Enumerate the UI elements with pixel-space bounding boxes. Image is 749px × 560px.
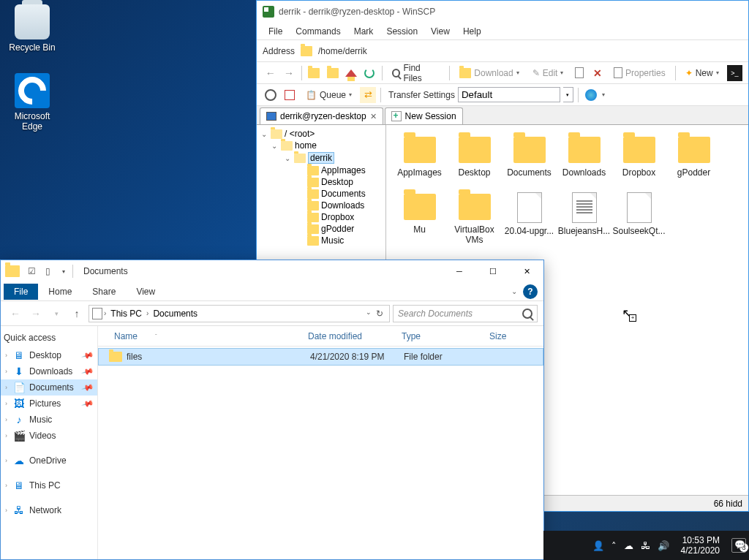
nav-desktop[interactable]: ›🖥Desktop📌 bbox=[1, 347, 97, 363]
back-button[interactable]: ← bbox=[7, 305, 24, 322]
session-tab[interactable]: derrik@ryzen-desktop ✕ bbox=[260, 107, 383, 124]
sync-button[interactable]: ⇄ bbox=[360, 87, 376, 103]
maximize-button[interactable]: ☐ bbox=[476, 260, 510, 282]
nav-onedrive[interactable]: ›☁OneDrive bbox=[1, 453, 97, 469]
column-name[interactable]: Nameˆ bbox=[107, 331, 301, 341]
close-tab-button[interactable]: ✕ bbox=[370, 112, 377, 121]
tree-item[interactable]: AppImages bbox=[257, 164, 385, 176]
chevron-down-icon[interactable]: ⌄ bbox=[366, 309, 372, 319]
tree-home[interactable]: ⌄home bbox=[257, 140, 385, 151]
menu-commands[interactable]: Commands bbox=[290, 24, 346, 39]
desktop-icon-recycle-bin[interactable]: Recycle Bin bbox=[4, 4, 60, 53]
file-item[interactable]: AppImages bbox=[392, 134, 447, 191]
transfer-settings-input[interactable] bbox=[458, 87, 560, 102]
file-item[interactable]: Desktop bbox=[447, 134, 502, 191]
search-box[interactable] bbox=[393, 305, 538, 322]
forward-button[interactable]: → bbox=[281, 65, 296, 81]
queue-button[interactable]: 📋Queue▾ bbox=[301, 88, 357, 102]
file-item[interactable]: 20.04-upgr... bbox=[502, 191, 557, 248]
winscp-titlebar[interactable]: derrik - derrik@ryzen-desktop - WinSCP bbox=[257, 1, 748, 23]
new-button[interactable]: ✦New▾ bbox=[680, 66, 724, 80]
nav-pictures[interactable]: ›🖼Pictures📌 bbox=[1, 396, 97, 412]
taskbar-clock[interactable]: 10:53 PM 4/21/2020 bbox=[677, 535, 724, 556]
tree-item[interactable]: Downloads bbox=[257, 200, 385, 211]
search-icon[interactable] bbox=[522, 309, 532, 319]
refresh-button[interactable]: ↻ bbox=[376, 309, 383, 319]
tree-item[interactable]: Dropbox bbox=[257, 211, 385, 223]
nav-quick-access[interactable]: Quick access bbox=[1, 330, 97, 347]
ribbon-view[interactable]: View bbox=[126, 284, 165, 300]
terminal-button[interactable]: >_ bbox=[727, 65, 742, 81]
nav-this-pc[interactable]: ›🖥This PC bbox=[1, 477, 97, 493]
show-hidden-icons[interactable]: ˄ bbox=[611, 540, 617, 551]
tree-item[interactable]: Desktop bbox=[257, 176, 385, 188]
file-item[interactable]: VirtualBox VMs bbox=[447, 191, 502, 248]
file-item[interactable]: Dropbox bbox=[611, 134, 666, 191]
nav-music[interactable]: ›♪Music bbox=[1, 412, 97, 428]
new-session-tab[interactable]: New Session bbox=[385, 107, 463, 124]
menu-view[interactable]: View bbox=[425, 24, 456, 39]
chevron-down-icon[interactable]: ▾ bbox=[602, 91, 605, 98]
file-item[interactable]: Documents bbox=[502, 134, 557, 191]
tree-root[interactable]: ⌄/ <root> bbox=[257, 128, 385, 140]
find-files-button[interactable]: Find Files bbox=[387, 61, 445, 86]
refresh-button[interactable] bbox=[361, 65, 377, 81]
ribbon-file[interactable]: File bbox=[4, 284, 38, 300]
breadcrumb[interactable]: › This PC › Documents ⌄ ↻ bbox=[89, 305, 390, 322]
chevron-right-icon[interactable]: › bbox=[146, 309, 148, 317]
nav-documents[interactable]: ›📄Documents📌 bbox=[1, 379, 97, 396]
tree-item[interactable]: gPodder bbox=[257, 223, 385, 235]
recent-dropdown[interactable]: ▾ bbox=[48, 305, 65, 322]
address-path[interactable]: /home/derrik bbox=[318, 46, 367, 56]
chevron-right-icon[interactable]: › bbox=[104, 309, 106, 317]
breadcrumb-documents[interactable]: Documents bbox=[150, 309, 200, 319]
column-type[interactable]: Type bbox=[394, 331, 482, 341]
volume-tray-icon[interactable]: 🔊 bbox=[658, 540, 669, 551]
file-list[interactable]: files 4/21/2020 8:19 PM File folder bbox=[98, 347, 543, 559]
ribbon-home[interactable]: Home bbox=[38, 284, 82, 300]
onedrive-tray-icon[interactable]: ☁ bbox=[624, 540, 633, 551]
delete-button[interactable]: ✕ bbox=[590, 65, 606, 81]
collapse-icon[interactable]: ⌄ bbox=[283, 154, 292, 162]
edit-button[interactable]: ✎Edit▾ bbox=[527, 66, 569, 80]
menu-file[interactable]: File bbox=[263, 24, 288, 39]
forward-button[interactable]: → bbox=[27, 305, 45, 322]
people-icon[interactable]: 👤 bbox=[592, 540, 604, 551]
explorer-titlebar[interactable]: ☑ ▯ ▾ Documents ─ ☐ ✕ bbox=[1, 260, 543, 282]
collapse-icon[interactable]: ⌄ bbox=[270, 142, 279, 150]
qat-dropdown[interactable]: ▾ bbox=[58, 265, 69, 277]
back-button[interactable]: ← bbox=[263, 65, 278, 81]
close-button[interactable]: ✕ bbox=[510, 260, 543, 282]
home-button[interactable] bbox=[343, 65, 358, 81]
properties-button[interactable]: Properties bbox=[609, 65, 671, 80]
folder-new-button[interactable] bbox=[325, 65, 340, 81]
tree-derrik[interactable]: ⌄derrik bbox=[257, 151, 385, 164]
sync-browse-button[interactable] bbox=[583, 87, 599, 103]
menu-help[interactable]: Help bbox=[457, 24, 487, 39]
sync-layout-button[interactable] bbox=[282, 87, 298, 103]
copy-button[interactable] bbox=[571, 65, 587, 81]
tree-item[interactable]: Music bbox=[257, 235, 385, 246]
folder-open-button[interactable] bbox=[306, 65, 322, 81]
minimize-button[interactable]: ─ bbox=[443, 260, 476, 282]
list-item-files[interactable]: files 4/21/2020 8:19 PM File folder bbox=[98, 348, 543, 366]
network-tray-icon[interactable]: 🖧 bbox=[641, 540, 650, 551]
nav-downloads[interactable]: ›⬇Downloads📌 bbox=[1, 363, 97, 379]
file-item[interactable]: SoulseekQt... bbox=[611, 191, 666, 248]
menu-mark[interactable]: Mark bbox=[348, 24, 380, 39]
qat-properties-button[interactable]: ☑ bbox=[26, 265, 37, 277]
nav-videos[interactable]: ›🎬Videos bbox=[1, 428, 97, 444]
help-button[interactable]: ? bbox=[523, 284, 538, 299]
ribbon-expand-button[interactable]: ⌄ bbox=[511, 287, 517, 295]
column-size[interactable]: Size bbox=[482, 331, 541, 341]
tree-item[interactable]: Documents bbox=[257, 188, 385, 200]
menu-session[interactable]: Session bbox=[380, 24, 424, 39]
file-item[interactable]: Mu bbox=[392, 191, 447, 248]
download-button[interactable]: Download▾ bbox=[454, 66, 524, 80]
options-button[interactable] bbox=[263, 87, 279, 103]
file-item[interactable]: Downloads bbox=[557, 134, 611, 191]
collapse-icon[interactable]: ⌄ bbox=[260, 130, 268, 138]
up-button[interactable]: ↑ bbox=[68, 305, 86, 322]
nav-network[interactable]: ›🖧Network bbox=[1, 502, 97, 518]
qat-new-folder-button[interactable]: ▯ bbox=[42, 265, 53, 277]
